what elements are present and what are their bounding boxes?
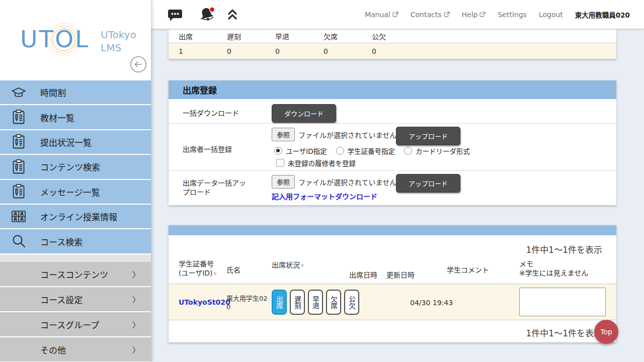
clipboard-icon bbox=[10, 183, 27, 200]
student-table-row: UTokyoSt020 東大用学生020 出席 遅刻 早退 欠席 公欠 04/3… bbox=[169, 284, 616, 320]
message-bubble-icon bbox=[166, 7, 184, 23]
summary-header-cell: 早退 bbox=[265, 29, 313, 43]
register-unenrolled-checkbox[interactable] bbox=[276, 159, 284, 167]
current-user-name: 東大用教職員020 bbox=[575, 10, 630, 20]
sidebar-item-label: コース検索 bbox=[40, 235, 83, 248]
sort-icon: ▿ bbox=[301, 262, 304, 269]
sidebar-item-label: オンライン授業情報 bbox=[40, 210, 117, 223]
column-header-status[interactable]: 出席状況▿ bbox=[272, 260, 304, 270]
status-button-absent[interactable]: 欠席 bbox=[326, 290, 341, 315]
update-datetime-value: 04/30 19:43 bbox=[410, 299, 453, 307]
sidebar-menu: 時間割 教材一覧 bbox=[0, 80, 151, 254]
summary-header-cell: 遅刻 bbox=[217, 29, 265, 43]
external-link-icon bbox=[444, 12, 450, 18]
browse-file-button[interactable]: 参照 bbox=[272, 175, 295, 189]
summary-header-cell: 欠席 bbox=[313, 29, 362, 43]
summary-value-cell: 0 bbox=[217, 43, 265, 59]
messages-button[interactable] bbox=[166, 7, 184, 23]
no-file-selected-text: ファイルが選択されていません。 bbox=[298, 177, 404, 187]
sidebar-item-label: メッセージ一覧 bbox=[40, 186, 100, 198]
column-header-student-id[interactable]: 学生証番号 (ユーザID)▿ bbox=[179, 259, 216, 279]
attendance-status-buttons: 出席 遅刻 早退 欠席 公欠 bbox=[272, 290, 359, 315]
collapse-header-button[interactable] bbox=[225, 8, 239, 21]
radio-student-card-number[interactable] bbox=[336, 147, 344, 155]
sidebar-item-course-contents[interactable]: コースコンテンツ 〉 bbox=[0, 262, 151, 287]
chevron-right-icon: 〉 bbox=[132, 344, 140, 355]
double-chevron-up-icon bbox=[225, 8, 239, 21]
main-content: 出席 遅刻 早退 欠席 公欠 1 0 0 0 0 出席登録 一括ダウンロード ダ… bbox=[151, 29, 644, 362]
logo-area: UTOL UTokyo LMS bbox=[0, 0, 151, 80]
sort-icon: ▿ bbox=[214, 270, 217, 277]
sidebar-section-divider bbox=[0, 254, 151, 262]
sidebar-collapse-button[interactable] bbox=[130, 56, 147, 73]
upload-attendees-button[interactable]: アップロード bbox=[396, 127, 460, 145]
sidebar-item-course-search[interactable]: コース検索 bbox=[0, 229, 151, 254]
manual-link[interactable]: Manual bbox=[365, 11, 398, 19]
attendance-data-upload-row: 出席データ一括アップロード 参照 ファイルが選択されていません。 アップロード … bbox=[169, 171, 616, 205]
notifications-button[interactable] bbox=[198, 6, 217, 24]
student-table-header: 1件中1〜1件を表示 学生証番号 (ユーザID)▿ 氏名 出席状況▿ 出席日時 … bbox=[169, 235, 616, 284]
app-logo[interactable]: UTOL bbox=[20, 25, 90, 53]
help-link[interactable]: Help bbox=[462, 11, 486, 19]
sidebar-item-message-list[interactable]: メッセージ一覧 bbox=[0, 180, 151, 205]
attendee-bulk-register-row: 出席者一括登録 参照 ファイルが選択されていません。 アップロード ユーザID指… bbox=[169, 124, 616, 171]
sidebar-item-content-search[interactable]: コンテンツ検索 bbox=[0, 155, 151, 179]
browse-file-button[interactable]: 参照 bbox=[272, 128, 295, 141]
sidebar-item-course-group[interactable]: コースグループ 〉 bbox=[0, 312, 151, 337]
sidebar-item-label: 時間割 bbox=[40, 86, 66, 99]
panel-title: 出席登録 bbox=[169, 80, 616, 99]
summary-value-cell: 0 bbox=[362, 43, 410, 59]
contacts-link[interactable]: Contacts bbox=[411, 11, 450, 19]
result-count-text: 1件中1〜1件を表示 bbox=[526, 243, 602, 255]
sidebar-item-label: 教材一覧 bbox=[40, 111, 74, 124]
status-button-late[interactable]: 遅刻 bbox=[290, 290, 305, 315]
student-id-link[interactable]: UTokyoSt020 bbox=[179, 298, 230, 306]
summary-value-cell: 0 bbox=[265, 43, 313, 59]
sidebar-item-submission-status[interactable]: 提出状況一覧 bbox=[0, 130, 151, 155]
external-link-icon bbox=[392, 12, 398, 18]
summary-value-cell: 1 bbox=[169, 43, 217, 59]
search-icon bbox=[10, 233, 27, 250]
radio-user-id[interactable] bbox=[274, 147, 282, 155]
memo-textarea[interactable] bbox=[519, 288, 606, 316]
result-count-text: 1件中1〜1件を表示 bbox=[526, 326, 602, 339]
download-button[interactable]: ダウンロード bbox=[272, 104, 336, 123]
summary-header-cell: 公欠 bbox=[362, 29, 410, 43]
status-button-present[interactable]: 出席 bbox=[272, 290, 287, 315]
external-link-icon bbox=[479, 12, 486, 18]
upload-attendance-data-button[interactable]: アップロード bbox=[396, 174, 460, 193]
arrow-left-circle-icon bbox=[130, 56, 147, 73]
sidebar-item-course-settings[interactable]: コース設定 〉 bbox=[0, 287, 151, 312]
scroll-to-top-button[interactable]: Top bbox=[594, 320, 618, 344]
topbar: Manual Contacts Help bbox=[151, 0, 644, 29]
summary-header-cell: 出席 bbox=[169, 29, 217, 43]
status-button-early-leave[interactable]: 早退 bbox=[308, 290, 323, 315]
topbar-links: Manual Contacts Help bbox=[365, 10, 630, 20]
sidebar-item-materials[interactable]: 教材一覧 bbox=[0, 105, 151, 130]
student-table-footer: 1件中1〜1件を表示 bbox=[169, 320, 616, 342]
table-header-bar bbox=[169, 225, 616, 235]
clipboard-icon bbox=[10, 109, 27, 126]
logout-link[interactable]: Logout bbox=[539, 11, 563, 19]
sidebar: UTOL UTokyo LMS 時間割 bbox=[0, 0, 151, 362]
column-header-attendance-datetime: 出席日時 bbox=[349, 270, 377, 280]
student-attendance-panel: 1件中1〜1件を表示 学生証番号 (ユーザID)▿ 氏名 出席状況▿ 出席日時 … bbox=[169, 225, 616, 342]
column-header-memo: メモ ※学生には見えません bbox=[519, 259, 588, 278]
settings-link[interactable]: Settings bbox=[498, 11, 526, 19]
graduation-cap-icon bbox=[10, 84, 27, 101]
summary-header-row: 出席 遅刻 早退 欠席 公欠 bbox=[169, 29, 616, 43]
attendance-register-panel: 出席登録 一括ダウンロード ダウンロード 出席者一括登録 参照 ファイルが選択さ… bbox=[169, 80, 616, 205]
column-header-student-comment: 学生コメント bbox=[447, 265, 489, 275]
format-download-link[interactable]: 記入用フォーマットダウンロード bbox=[272, 191, 377, 201]
column-header-name: 氏名 bbox=[226, 265, 240, 275]
chevron-right-icon: 〉 bbox=[132, 319, 140, 330]
sidebar-item-others[interactable]: その他 〉 bbox=[0, 337, 151, 362]
clipboard-icon bbox=[10, 158, 27, 175]
radio-card-reader-format[interactable] bbox=[404, 147, 412, 155]
sidebar-item-online-class-info[interactable]: オンライン授業情報 bbox=[0, 205, 151, 229]
app-logo-subtitle: UTokyo LMS bbox=[101, 28, 136, 54]
attendance-summary-table: 出席 遅刻 早退 欠席 公欠 1 0 0 0 0 bbox=[169, 29, 616, 59]
status-button-excused-absence[interactable]: 公欠 bbox=[344, 290, 359, 315]
clipboard-icon bbox=[10, 133, 27, 150]
sidebar-item-timetable[interactable]: 時間割 bbox=[0, 80, 151, 105]
